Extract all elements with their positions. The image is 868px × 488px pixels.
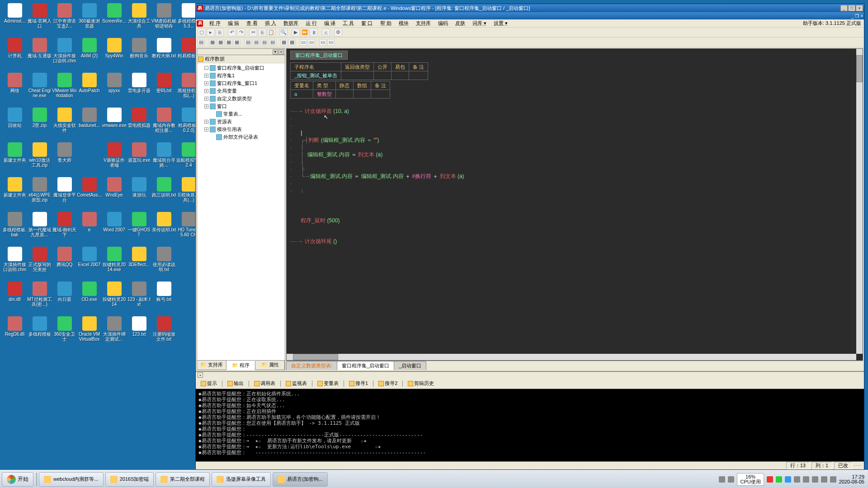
desktop-shortcut[interactable]: 123.txt bbox=[127, 315, 151, 349]
minimize-button[interactable]: _ bbox=[840, 5, 848, 11]
cpu-meter[interactable]: 16% CPU使用 bbox=[737, 473, 764, 486]
desktop-shortcut[interactable]: win10激活工具.zip bbox=[27, 141, 52, 175]
desktop-shortcut[interactable]: vmware.exe bbox=[102, 107, 127, 141]
menu-item[interactable]: 编 辑 bbox=[224, 20, 243, 26]
tree-node[interactable]: +程序集1 bbox=[198, 72, 284, 80]
toolbar-button[interactable]: ⏸ bbox=[310, 28, 318, 37]
code-editor[interactable]: 窗口程序集_启动窗口 子程序名返回值类型公开易包备 注 _按钮_测试_被单击 变… bbox=[286, 48, 863, 361]
output-tab[interactable]: 搜寻1 bbox=[346, 379, 371, 388]
toolbar-button[interactable]: ▦ bbox=[209, 39, 216, 46]
outer-title-bar[interactable]: 易 易语言(加密狗版) - D:\所有重要文件\录制完成的教程\第二期全部课程\… bbox=[196, 4, 864, 12]
desktop-shortcut[interactable]: 雷电多开器 bbox=[127, 72, 151, 106]
tree-node[interactable]: 常量表... bbox=[198, 110, 284, 118]
menu-item[interactable]: 窗 口 bbox=[358, 20, 376, 26]
desktop-shortcut[interactable]: 使用必读说明.txt bbox=[151, 246, 176, 280]
desktop-shortcut[interactable]: baidunet... bbox=[77, 107, 102, 141]
desktop-shortcut[interactable]: 速游玩 bbox=[127, 176, 151, 210]
desktop-shortcut[interactable]: 魔域-官网入口 bbox=[27, 2, 52, 36]
desktop-shortcut[interactable]: 网络 bbox=[2, 72, 27, 106]
panel-close-button[interactable]: × bbox=[278, 49, 284, 55]
desktop-shortcut[interactable]: 魔域-御剑天下 bbox=[52, 211, 77, 245]
tree-node[interactable]: +模块引用表 bbox=[198, 126, 284, 133]
output-tab[interactable]: 调用表 bbox=[251, 379, 278, 388]
desktop-shortcut[interactable] bbox=[77, 141, 102, 175]
editor-vscrollbar[interactable] bbox=[856, 49, 863, 354]
desktop-shortcut[interactable]: VM虚拟机秘钥进销存 bbox=[151, 2, 176, 36]
toolbar-button[interactable]: ▭ bbox=[327, 39, 335, 46]
output-close-button[interactable]: × bbox=[198, 372, 203, 378]
menu-item[interactable]: 支持库 bbox=[412, 20, 434, 26]
tray-icon[interactable] bbox=[719, 476, 725, 483]
editor-tab[interactable]: _启动窗口 bbox=[394, 361, 426, 370]
desktop-shortcut[interactable]: 计算机 bbox=[2, 37, 27, 71]
desktop-shortcut[interactable]: 3DEffect... bbox=[127, 246, 151, 280]
menu-item[interactable]: 设置 ▾ bbox=[490, 20, 511, 26]
desktop-shortcut[interactable]: 教程大纲.txt bbox=[151, 37, 176, 71]
toolbar-button[interactable]: ▤ bbox=[198, 39, 205, 46]
tray-icon[interactable] bbox=[821, 476, 827, 483]
toolbar-button[interactable]: ✂ bbox=[249, 28, 257, 37]
desktop-shortcut[interactable]: 火线安全软件 bbox=[52, 107, 77, 141]
desktop-shortcut[interactable]: Word 2007 bbox=[102, 211, 127, 245]
desktop-shortcut[interactable]: 一键GHOST bbox=[127, 211, 151, 245]
tree-node[interactable]: +资源表 bbox=[198, 118, 284, 126]
toolbar-button[interactable]: ▭ bbox=[319, 39, 326, 46]
toolbar-button[interactable]: ▤ bbox=[253, 39, 260, 46]
menu-item[interactable]: 数据库 bbox=[280, 20, 302, 26]
desktop-shortcut[interactable]: dm.dll bbox=[2, 281, 27, 314]
toolbar-button[interactable]: ↶ bbox=[228, 28, 236, 37]
desktop-shortcut[interactable]: Cheat Engine.exe bbox=[27, 72, 52, 106]
taskbar-item[interactable]: 易语言(加密狗... bbox=[273, 472, 328, 487]
toolbar-button[interactable]: ▦ bbox=[217, 39, 224, 46]
taskbar-item[interactable]: 第二期全部课程 bbox=[156, 472, 210, 487]
desktop-shortcut[interactable]: RegDll.dll bbox=[2, 315, 27, 349]
desktop-shortcut[interactable]: 注册码缩放文件.txt bbox=[151, 315, 176, 349]
desktop-shortcut[interactable]: 360安全卫士 bbox=[52, 315, 77, 349]
toolbar-button[interactable]: ▦ bbox=[280, 39, 288, 46]
toolbar-button[interactable]: ▸ bbox=[207, 28, 215, 37]
tree-node[interactable]: +窗口 bbox=[198, 103, 284, 110]
menu-item[interactable]: 模块 bbox=[395, 20, 412, 26]
tree-node[interactable]: +自定义数据类型 bbox=[198, 95, 284, 103]
desktop-shortcut[interactable]: 江中奇谱语宝盒2... bbox=[52, 2, 77, 36]
tree-node[interactable]: -窗口程序集_启动窗口 bbox=[198, 64, 284, 72]
output-tab[interactable]: 剪辑历史 bbox=[405, 379, 437, 388]
desktop-shortcut[interactable]: 魔域登录平台 bbox=[52, 176, 77, 210]
maximize-button[interactable]: □ bbox=[848, 5, 855, 11]
tray-icon[interactable] bbox=[794, 476, 800, 483]
desktop-shortcut[interactable]: 360极速浏览器 bbox=[77, 2, 102, 36]
desktop-shortcut[interactable]: 正式版写的完美挂 bbox=[27, 246, 52, 280]
tree-node[interactable]: +窗口程序集_窗口1 bbox=[198, 80, 284, 87]
toolbar-button[interactable]: ▢ bbox=[198, 28, 206, 37]
toolbar-button[interactable]: ▦ bbox=[233, 39, 241, 46]
output-tab[interactable]: 监视表 bbox=[283, 379, 310, 388]
menu-item[interactable]: 工 具 bbox=[339, 20, 358, 26]
output-tab[interactable]: 搜寻2 bbox=[375, 379, 401, 388]
toolbar-button[interactable]: 🔍 bbox=[279, 28, 288, 37]
tray-icon[interactable] bbox=[812, 476, 818, 483]
toolbar-button[interactable]: ▭ bbox=[300, 39, 307, 46]
toolbar-button[interactable]: ▤ bbox=[245, 39, 252, 46]
desktop-shortcut[interactable]: 按键精灵2014 bbox=[102, 281, 127, 314]
desktop-shortcut[interactable]: 魔域内存教程注册... bbox=[151, 107, 176, 141]
menu-item[interactable]: 皮肤 bbox=[452, 20, 469, 26]
menu-item[interactable]: 词库 ▾ bbox=[469, 20, 490, 26]
panel-dropdown-button[interactable]: ▾ bbox=[273, 49, 278, 55]
desktop-shortcut[interactable]: 2星.zip bbox=[27, 107, 52, 141]
desktop-shortcut[interactable]: 魔域前台寻路... bbox=[151, 141, 176, 175]
menu-item[interactable]: 查 看 bbox=[243, 20, 261, 26]
toolbar-button[interactable]: 📋 bbox=[267, 28, 275, 37]
tray-icon[interactable] bbox=[803, 476, 809, 483]
desktop-shortcut[interactable]: Excel 2007 bbox=[77, 246, 102, 280]
toolbar-button[interactable]: ⎌ bbox=[322, 28, 330, 37]
desktop-shortcut[interactable]: e bbox=[77, 211, 102, 245]
desktop-shortcut[interactable]: ScreenRe... bbox=[102, 2, 127, 36]
output-tab[interactable]: 变量表 bbox=[314, 379, 342, 388]
toolbar-button[interactable]: ▤ bbox=[269, 39, 276, 46]
toolbar-button[interactable]: ↷ bbox=[237, 28, 245, 37]
desktop-shortcut[interactable]: 按键精灵2014.exe bbox=[102, 246, 127, 280]
menu-item[interactable]: 运 行 bbox=[302, 20, 321, 26]
toolbar-button[interactable]: ▭ bbox=[308, 39, 315, 46]
mdi-close-button[interactable]: × bbox=[860, 14, 863, 19]
desktop-shortcut[interactable]: 密码.txt bbox=[151, 72, 176, 106]
